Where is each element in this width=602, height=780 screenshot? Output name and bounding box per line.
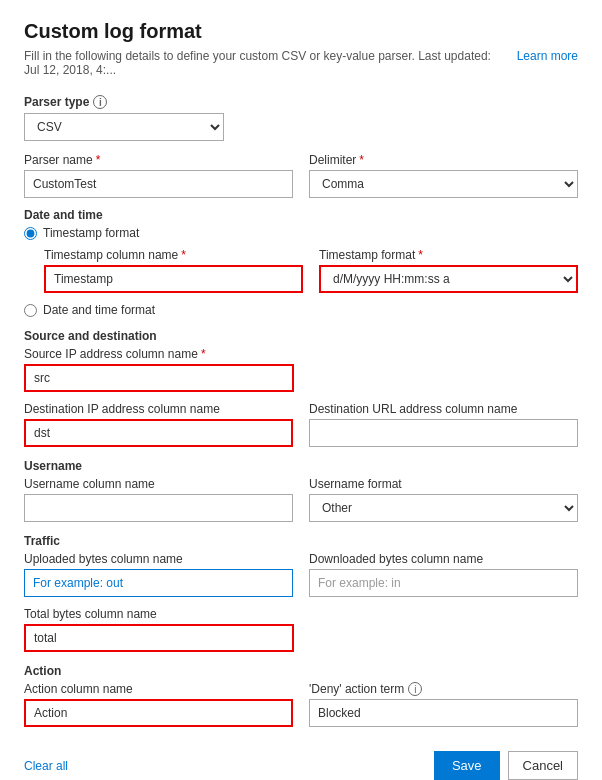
parser-name-required: * [96,153,101,167]
username-col-label: Username column name [24,477,293,491]
delimiter-required: * [359,153,364,167]
source-ip-input[interactable] [24,364,294,392]
total-bytes-label: Total bytes column name [24,607,294,621]
downloaded-input[interactable] [309,569,578,597]
dest-url-input[interactable] [309,419,578,447]
timestamp-format-label: Timestamp format [319,248,415,262]
page-title: Custom log format [24,20,578,43]
timestamp-radio-label: Timestamp format [43,226,139,240]
timestamp-column-input[interactable] [44,265,303,293]
action-col-input[interactable] [24,699,293,727]
learn-more-link[interactable]: Learn more [517,49,578,63]
username-format-select[interactable]: Other [309,494,578,522]
delimiter-select[interactable]: Comma [309,170,578,198]
timestamp-col-label: Timestamp column name [44,248,178,262]
parser-type-label: Parser type [24,95,89,109]
source-ip-label: Source IP address column name [24,347,198,361]
action-section-label: Action [24,664,578,678]
date-time-radio[interactable] [24,304,37,317]
timestamp-format-select[interactable]: d/M/yyyy HH:mm:ss a [319,265,578,293]
cancel-button[interactable]: Cancel [508,751,578,780]
dest-ip-label: Destination IP address column name [24,402,293,416]
save-button[interactable]: Save [434,751,500,780]
parser-type-info-icon[interactable]: i [93,95,107,109]
dest-url-label: Destination URL address column name [309,402,578,416]
source-dest-section-label: Source and destination [24,329,578,343]
delimiter-label: Delimiter [309,153,356,167]
deny-term-label: 'Deny' action term [309,682,404,696]
username-format-label: Username format [309,477,578,491]
dest-ip-input[interactable] [24,419,293,447]
page-subtitle: Fill in the following details to define … [24,49,509,77]
action-col-label: Action column name [24,682,293,696]
parser-type-select[interactable]: CSV [24,113,224,141]
deny-term-info-icon[interactable]: i [408,682,422,696]
clear-all-button[interactable]: Clear all [24,759,68,773]
date-time-section-label: Date and time [24,208,578,222]
uploaded-label: Uploaded bytes column name [24,552,293,566]
uploaded-input[interactable] [24,569,293,597]
deny-term-input[interactable] [309,699,578,727]
traffic-section-label: Traffic [24,534,578,548]
total-bytes-input[interactable] [24,624,294,652]
username-section-label: Username [24,459,578,473]
parser-name-label: Parser name [24,153,93,167]
downloaded-label: Downloaded bytes column name [309,552,578,566]
parser-name-input[interactable] [24,170,293,198]
username-col-input[interactable] [24,494,293,522]
timestamp-radio[interactable] [24,227,37,240]
date-time-radio-label: Date and time format [43,303,155,317]
